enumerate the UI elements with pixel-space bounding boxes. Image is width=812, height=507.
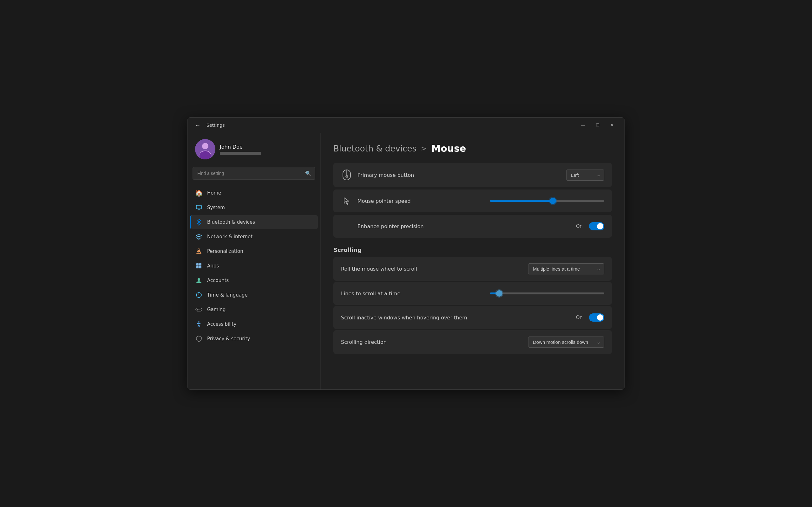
scroll-slider-track[interactable] (490, 292, 604, 294)
system-icon (195, 204, 203, 211)
svg-point-20 (198, 321, 200, 323)
sidebar-item-time[interactable]: Time & language (190, 288, 318, 302)
sidebar-item-bluetooth[interactable]: Bluetooth & devices (190, 215, 318, 229)
sidebar-label-apps: Apps (207, 263, 219, 269)
scroll-inactive-card: Scroll inactive windows when hovering ov… (334, 306, 612, 329)
avatar-image (195, 139, 215, 159)
svg-point-8 (198, 249, 200, 250)
sidebar-item-system[interactable]: System (190, 201, 318, 215)
sidebar: John Doe 🔍 🏠 Home System (188, 133, 321, 389)
sidebar-item-home[interactable]: 🏠 Home (190, 186, 318, 200)
scroll-inactive-toggle-knob (597, 314, 603, 321)
maximize-button[interactable]: ❐ (590, 120, 605, 130)
roll-mouse-wheel-card: Roll the mouse wheel to scroll Multiple … (334, 257, 612, 281)
sidebar-label-bluetooth: Bluetooth & devices (207, 219, 255, 225)
back-button[interactable]: ← (193, 120, 203, 130)
sidebar-label-time: Time & language (207, 292, 248, 298)
settings-window: ← Settings — ❐ ✕ (187, 117, 625, 390)
speed-slider-fill (490, 200, 553, 202)
enhance-pointer-precision-label: Enhance pointer precision (341, 223, 576, 229)
network-icon (195, 233, 203, 240)
scroll-inactive-row: Scroll inactive windows when hovering ov… (334, 306, 612, 329)
svg-rect-12 (199, 266, 201, 268)
titlebar-left: ← Settings (193, 120, 576, 130)
breadcrumb-separator: > (421, 145, 426, 153)
scroll-slider-thumb[interactable] (496, 290, 502, 297)
page-header: Bluetooth & devices > Mouse (334, 143, 612, 154)
svg-point-13 (198, 278, 200, 281)
scroll-inactive-value: On (576, 315, 583, 320)
enhance-pointer-precision-value: On (576, 223, 583, 229)
enhance-pointer-precision-row: Enhance pointer precision On (334, 215, 612, 238)
scroll-inactive-label: Scroll inactive windows when hovering ov… (341, 315, 576, 321)
roll-mouse-wheel-label: Roll the mouse wheel to scroll (341, 266, 528, 272)
apps-icon (195, 262, 203, 270)
sidebar-item-accessibility[interactable]: Accessibility (190, 317, 318, 331)
main-content: Bluetooth & devices > Mouse Primary mous… (321, 133, 624, 389)
cursor-icon (341, 196, 352, 205)
search-box: 🔍 (193, 167, 315, 180)
sidebar-label-network: Network & internet (207, 234, 252, 239)
lines-to-scroll-row: Lines to scroll at a time (334, 282, 612, 305)
enhance-pointer-precision-control: On (576, 222, 604, 230)
mouse-pointer-speed-control (490, 200, 604, 202)
close-button[interactable]: ✕ (605, 120, 619, 130)
sidebar-label-home: Home (207, 190, 221, 196)
accessibility-icon (195, 320, 203, 328)
avatar (195, 139, 215, 159)
enhance-pointer-precision-card: Enhance pointer precision On (334, 215, 612, 238)
sidebar-item-accounts[interactable]: Accounts (190, 274, 318, 287)
mouse-pointer-speed-label: Mouse pointer speed (357, 198, 490, 204)
privacy-icon (195, 335, 203, 343)
primary-mouse-button-card: Primary mouse button Left Right (334, 163, 612, 187)
sidebar-label-system: System (207, 205, 225, 210)
sidebar-item-personalization[interactable]: Personalization (190, 244, 318, 258)
roll-mouse-wheel-dropdown[interactable]: Multiple lines at a time One screen at a… (528, 263, 604, 274)
primary-mouse-button-dropdown-wrapper: Left Right (566, 170, 604, 181)
primary-mouse-button-row: Primary mouse button Left Right (334, 163, 612, 187)
svg-line-24 (199, 325, 200, 327)
svg-rect-9 (196, 263, 199, 266)
scrolling-direction-card: Scrolling direction Down motion scrolls … (334, 330, 612, 354)
user-name: John Doe (220, 144, 261, 150)
speed-slider-thumb[interactable] (550, 198, 556, 204)
scrolling-direction-control: Down motion scrolls down Down motion scr… (528, 337, 604, 348)
search-input[interactable] (193, 167, 315, 180)
svg-point-18 (200, 309, 200, 309)
sidebar-label-privacy: Privacy & security (207, 336, 250, 342)
search-icon: 🔍 (305, 170, 311, 176)
lines-to-scroll-control (490, 292, 604, 294)
sidebar-label-accessibility: Accessibility (207, 321, 236, 327)
svg-point-7 (199, 239, 200, 240)
lines-to-scroll-card: Lines to scroll at a time (334, 282, 612, 305)
enhance-pointer-precision-toggle[interactable] (589, 222, 604, 230)
scroll-inactive-control: On (576, 314, 604, 322)
user-account-bar (220, 152, 261, 155)
bluetooth-icon (195, 218, 203, 226)
svg-point-19 (200, 309, 201, 310)
mouse-icon (341, 169, 352, 181)
sidebar-item-gaming[interactable]: Gaming (190, 302, 318, 317)
breadcrumb-parent[interactable]: Bluetooth & devices (334, 144, 416, 153)
mouse-pointer-speed-card: Mouse pointer speed (334, 189, 612, 212)
accounts-icon (195, 277, 203, 284)
sidebar-item-apps[interactable]: Apps (190, 259, 318, 273)
gaming-icon (195, 306, 203, 314)
sidebar-label-accounts: Accounts (207, 278, 229, 283)
svg-rect-10 (199, 263, 201, 266)
mouse-pointer-speed-row: Mouse pointer speed (334, 189, 612, 212)
primary-mouse-button-dropdown[interactable]: Left Right (566, 170, 604, 181)
minimize-button[interactable]: — (576, 120, 590, 130)
scroll-inactive-toggle[interactable] (589, 314, 604, 322)
home-icon: 🏠 (195, 189, 203, 197)
scrolling-direction-row: Scrolling direction Down motion scrolls … (334, 330, 612, 354)
page-title: Mouse (431, 143, 466, 154)
lines-to-scroll-label: Lines to scroll at a time (341, 291, 490, 297)
svg-rect-15 (196, 308, 202, 311)
content-area: John Doe 🔍 🏠 Home System (188, 133, 624, 389)
speed-slider-track[interactable] (490, 200, 604, 202)
primary-mouse-button-label: Primary mouse button (357, 172, 566, 178)
sidebar-item-privacy[interactable]: Privacy & security (190, 332, 318, 346)
scrolling-direction-dropdown[interactable]: Down motion scrolls down Down motion scr… (528, 337, 604, 348)
sidebar-item-network[interactable]: Network & internet (190, 230, 318, 244)
